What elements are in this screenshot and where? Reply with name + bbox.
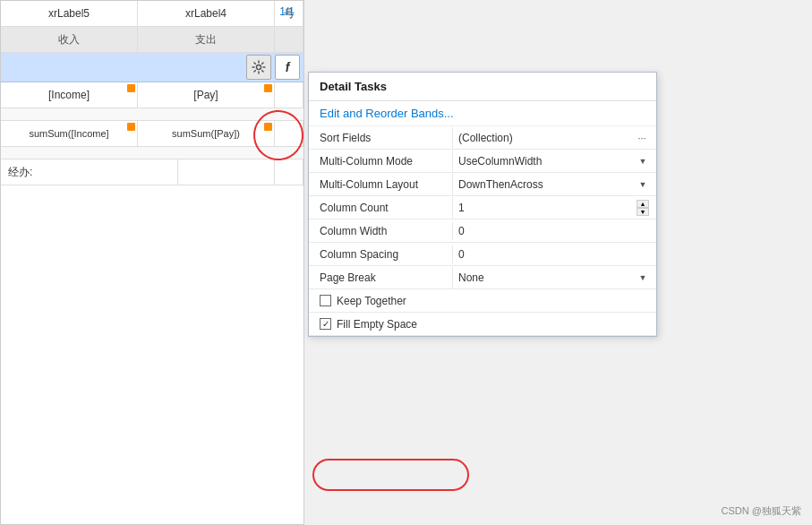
pay-marker: [264, 84, 272, 92]
cell-empty-header: [275, 27, 303, 52]
band-separator: [1, 108, 303, 121]
page-break-text: None: [458, 271, 635, 284]
page-break-label: Page Break: [309, 268, 452, 288]
multicolumn-layout-value[interactable]: DownThenAcross ▼: [452, 174, 656, 195]
column-spacing-label: Column Spacing: [309, 245, 452, 264]
cell-income-data: [Income]: [1, 82, 138, 108]
header-row: 收入 支出: [1, 27, 303, 53]
column-count-spinner[interactable]: ▲ ▼: [637, 200, 651, 216]
spinner-up[interactable]: ▲: [637, 200, 649, 208]
prop-row-sort-fields: Sort Fields (Collection) ···: [309, 126, 656, 150]
label-row: xrLabel5 xrLabel4 号: [1, 1, 303, 27]
pay-sum-marker: [264, 123, 272, 131]
cell-xrlabel5: xrLabel5: [1, 1, 138, 26]
cell-sum-empty: [275, 121, 303, 146]
svg-point-0: [257, 65, 261, 70]
multicolumn-layout-dropdown[interactable]: ▼: [635, 176, 651, 193]
fill-empty-annotation-circle: [312, 459, 469, 491]
cell-pay-data: [Pay]: [138, 82, 275, 108]
cell-data-empty: [275, 82, 303, 108]
page-indicator: 1/1: [279, 5, 295, 18]
fx-button[interactable]: f: [275, 55, 300, 80]
prop-row-column-spacing: Column Spacing 0: [309, 243, 656, 266]
page-break-value[interactable]: None ▼: [452, 267, 656, 288]
properties-title: Detail Tasks: [309, 73, 656, 101]
fill-empty-space-label: Fill Empty Space: [337, 318, 417, 331]
cell-pay-header: 支出: [138, 27, 275, 52]
column-count-text: 1: [458, 202, 637, 214]
detail-band: f: [1, 53, 303, 82]
multicolumn-mode-text: UseColumnWidth: [458, 155, 635, 168]
sum-row: sumSum([Income] sumSum([Pay]): [1, 121, 303, 147]
data-row: [Income] [Pay]: [1, 82, 303, 108]
band-separator2: [1, 147, 303, 159]
sort-fields-text: (Collection): [458, 132, 633, 144]
designer-panel: 1/1 xrLabel5 xrLabel4 号 收入 支出 f [Income]: [0, 0, 304, 525]
multicolumn-mode-label: Multi-Column Mode: [309, 151, 452, 171]
column-spacing-value[interactable]: 0: [452, 245, 656, 263]
keep-together-checkbox[interactable]: [320, 295, 331, 306]
cell-income-sum: sumSum([Income]: [1, 121, 138, 146]
column-count-value[interactable]: 1 ▲ ▼: [452, 197, 656, 219]
prop-row-page-break: Page Break None ▼: [309, 266, 656, 289]
spinner-down[interactable]: ▼: [637, 208, 649, 216]
fill-empty-space-checkbox[interactable]: [320, 318, 331, 330]
column-spacing-text: 0: [458, 248, 651, 261]
page-break-dropdown[interactable]: ▼: [635, 270, 651, 286]
gear-icon: [252, 60, 266, 74]
keep-together-row: Keep Together: [309, 289, 656, 313]
cell-footer-extra: [275, 159, 303, 185]
cell-pay-sum: sumSum([Pay]): [138, 121, 275, 146]
prop-row-column-width: Column Width 0: [309, 219, 656, 243]
multicolumn-layout-text: DownThenAcross: [458, 178, 635, 191]
column-width-value[interactable]: 0: [452, 222, 656, 240]
income-marker: [127, 84, 135, 92]
sort-fields-label: Sort Fields: [309, 128, 452, 148]
multicolumn-mode-value[interactable]: UseColumnWidth ▼: [452, 151, 656, 172]
multicolumn-layout-label: Multi-Column Layout: [309, 175, 452, 194]
cell-income-header: 收入: [1, 27, 138, 52]
edit-reorder-link[interactable]: Edit and Reorder Bands...: [309, 101, 656, 126]
keep-together-label: Keep Together: [337, 295, 406, 307]
column-width-text: 0: [458, 225, 651, 237]
watermark: CSDN @独狐天紫: [722, 504, 801, 518]
prop-row-column-count: Column Count 1 ▲ ▼: [309, 196, 656, 219]
gear-button[interactable]: [246, 55, 271, 80]
fill-empty-space-row: Fill Empty Space: [309, 313, 656, 336]
footer-row: 经办:: [1, 159, 303, 185]
sort-fields-value[interactable]: (Collection) ···: [452, 127, 656, 149]
cell-xrlabel4: xrLabel4: [138, 1, 275, 26]
income-sum-marker: [127, 123, 135, 131]
column-width-label: Column Width: [309, 221, 452, 241]
cell-footer-label: 经办:: [1, 159, 178, 185]
fx-label: f: [286, 60, 290, 74]
prop-row-multicolumn-mode: Multi-Column Mode UseColumnWidth ▼: [309, 150, 656, 173]
multicolumn-mode-dropdown[interactable]: ▼: [635, 153, 651, 169]
cell-footer-empty: [178, 159, 275, 185]
sort-fields-ellipsis[interactable]: ···: [633, 130, 651, 146]
properties-panel: Detail Tasks Edit and Reorder Bands... S…: [308, 72, 657, 337]
prop-row-multicolumn-layout: Multi-Column Layout DownThenAcross ▼: [309, 173, 656, 196]
column-count-label: Column Count: [309, 198, 452, 218]
